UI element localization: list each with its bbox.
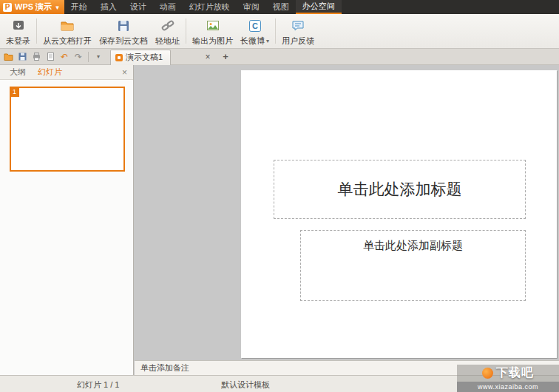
menu-workspace[interactable]: 办公空间 — [296, 0, 342, 14]
long-weibo-caret-icon: ▾ — [266, 38, 269, 44]
feedback-icon — [290, 18, 306, 34]
close-panel-button[interactable]: × — [120, 67, 129, 78]
xiazaiba-logo-icon — [482, 368, 493, 379]
watermark-site-name: 下载吧 — [496, 365, 534, 381]
slide-number-badge: 1 — [10, 87, 19, 97]
title-placeholder[interactable]: 单击此处添加标题 — [274, 160, 526, 219]
export-image-button[interactable]: 输出为图片 — [189, 16, 237, 47]
login-icon — [10, 18, 27, 34]
menu-view[interactable]: 视图 — [266, 0, 296, 14]
ribbon-separator — [186, 18, 186, 44]
slide-panel-tabs: 大纲 幻灯片 × — [0, 65, 133, 80]
watermark-site-url: www.xiazaiba.com — [457, 382, 559, 392]
wps-presentation-window: P WPS 演示 ▾ 开始 插入 设计 动画 幻灯片放映 审阅 视图 办公空间 … — [0, 0, 559, 392]
slide-page[interactable]: 单击此处添加标题 单击此处添加副标题 — [241, 70, 557, 358]
light-address-button[interactable]: 轻地址 — [152, 16, 183, 47]
menu-home[interactable]: 开始 — [64, 0, 94, 14]
save-icon — [18, 52, 27, 61]
titlebar: P WPS 演示 ▾ 开始 插入 设计 动画 幻灯片放映 审阅 视图 办公空间 — [0, 0, 559, 14]
user-feedback-label: 用户反馈 — [282, 36, 314, 47]
app-name: WPS 演示 — [15, 1, 52, 13]
wps-logo-icon: P — [3, 3, 12, 12]
watermark-top: 下载吧 — [457, 365, 559, 382]
slide-thumbnail-list: 1 — [0, 80, 133, 375]
open-folder-icon — [4, 52, 13, 61]
chevron-down-icon: ▾ — [97, 53, 100, 60]
xiazaiba-watermark: 下载吧 www.xiazaiba.com — [457, 365, 559, 392]
tab-outline[interactable]: 大纲 — [4, 65, 32, 79]
print-icon — [32, 52, 41, 61]
print-button[interactable] — [30, 51, 42, 63]
user-feedback-button[interactable]: 用户反馈 — [278, 16, 318, 47]
cloud-save-icon — [115, 18, 132, 34]
long-weibo-button[interactable]: C 长微博 ▾ — [237, 16, 273, 47]
menu-animation[interactable]: 动画 — [153, 0, 183, 14]
open-from-cloud-label: 从云文档打开 — [43, 36, 92, 47]
design-template-indicator[interactable]: 默认设计模板 — [221, 379, 270, 391]
menu-bar: 开始 插入 设计 动画 幻灯片放映 审阅 视图 办公空间 — [64, 0, 342, 14]
slide-position-indicator: 幻灯片 1 / 1 — [77, 379, 119, 391]
quick-access-toolbar: ↶ ↷ ▾ — [0, 51, 106, 63]
notes-placeholder: 单击添加备注 — [140, 362, 189, 374]
weibo-icon-letter: C — [252, 21, 258, 30]
light-address-label: 轻地址 — [155, 36, 180, 47]
login-label: 未登录 — [6, 36, 30, 47]
undo-icon: ↶ — [61, 53, 68, 61]
menu-review[interactable]: 审阅 — [237, 0, 266, 14]
link-icon — [160, 18, 176, 34]
weibo-icon: C — [247, 18, 263, 34]
menu-design[interactable]: 设计 — [123, 0, 153, 14]
export-image-icon — [205, 18, 221, 34]
open-from-cloud-button[interactable]: 从云文档打开 — [39, 16, 95, 47]
slide-canvas[interactable]: 单击此处添加标题 单击此处添加副标题 — [135, 65, 559, 360]
app-menu-caret-icon: ▾ — [55, 4, 59, 11]
presentation-doc-icon — [115, 54, 123, 61]
ribbon-separator — [275, 18, 276, 44]
slide-thumbnail[interactable]: 1 — [10, 87, 125, 172]
ribbon-separator — [36, 18, 37, 44]
document-tab-strip: ↶ ↷ ▾ 演示文稿1 × + — [0, 49, 559, 65]
export-image-label: 输出为图片 — [192, 36, 233, 47]
save-to-cloud-button[interactable]: 保存到云文档 — [95, 16, 152, 47]
app-menu-button[interactable]: P WPS 演示 ▾ — [0, 0, 64, 14]
undo-button[interactable]: ↶ — [58, 51, 70, 63]
menu-insert[interactable]: 插入 — [94, 0, 123, 14]
redo-icon: ↷ — [75, 53, 82, 61]
long-weibo-label: 长微博 — [240, 36, 265, 47]
cloud-open-icon — [59, 18, 75, 34]
close-document-button[interactable]: × — [202, 51, 214, 63]
save-button[interactable] — [16, 51, 28, 63]
tab-slides[interactable]: 幻灯片 — [32, 65, 68, 79]
redo-button[interactable]: ↷ — [72, 51, 84, 63]
menu-slideshow[interactable]: 幻灯片放映 — [183, 0, 237, 14]
document-tab-active[interactable]: 演示文稿1 — [110, 50, 171, 65]
save-to-cloud-label: 保存到云文档 — [99, 36, 148, 47]
document-tab-title: 演示文稿1 — [126, 52, 163, 63]
customize-toolbar-button[interactable]: ▾ — [92, 51, 104, 63]
quickbar-separator — [88, 52, 89, 62]
new-document-tab-button[interactable]: + — [220, 51, 231, 63]
slide-panel: 大纲 幻灯片 × 1 — [0, 65, 134, 375]
subtitle-placeholder[interactable]: 单击此处添加副标题 — [300, 230, 526, 301]
print-preview-button[interactable] — [44, 51, 56, 63]
print-preview-icon — [46, 52, 55, 61]
open-button[interactable] — [2, 51, 14, 63]
login-button[interactable]: 未登录 — [2, 16, 34, 47]
ribbon-toolbar: 未登录 从云文档打开 保存到云文档 轻地址 输出为图片 — [0, 14, 559, 49]
